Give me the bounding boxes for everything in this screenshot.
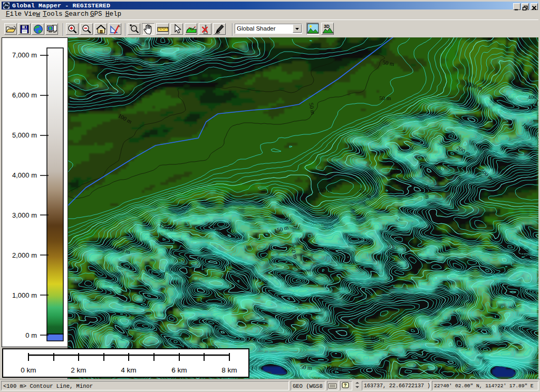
svg-text:0 m: 0 m [25, 331, 37, 339]
svg-text:50 m: 50 m [300, 364, 313, 371]
svg-text:7,000 m: 7,000 m [12, 51, 37, 59]
svg-text:1,000 m: 1,000 m [12, 291, 37, 299]
svg-text:100 m: 100 m [423, 184, 431, 199]
svg-text:4,000 m: 4,000 m [12, 171, 37, 179]
svg-text:2,000 m: 2,000 m [12, 251, 37, 259]
svg-text:6,000 m: 6,000 m [12, 91, 37, 99]
svg-text:3D: 3D [324, 24, 330, 29]
svg-text:50 m: 50 m [379, 95, 391, 101]
svg-text:0 km: 0 km [21, 366, 36, 374]
svg-text:400: 400 [528, 94, 537, 100]
svg-text:?: ? [344, 383, 346, 388]
svg-text:500 m: 500 m [317, 187, 332, 193]
svg-text:8 km: 8 km [221, 366, 237, 374]
svg-text:4 km: 4 km [121, 366, 136, 374]
svg-text:6 km: 6 km [171, 366, 187, 374]
svg-text:3,000 m: 3,000 m [12, 211, 37, 219]
svg-text:2 km: 2 km [71, 366, 86, 374]
svg-text:5,000 m: 5,000 m [12, 131, 37, 139]
